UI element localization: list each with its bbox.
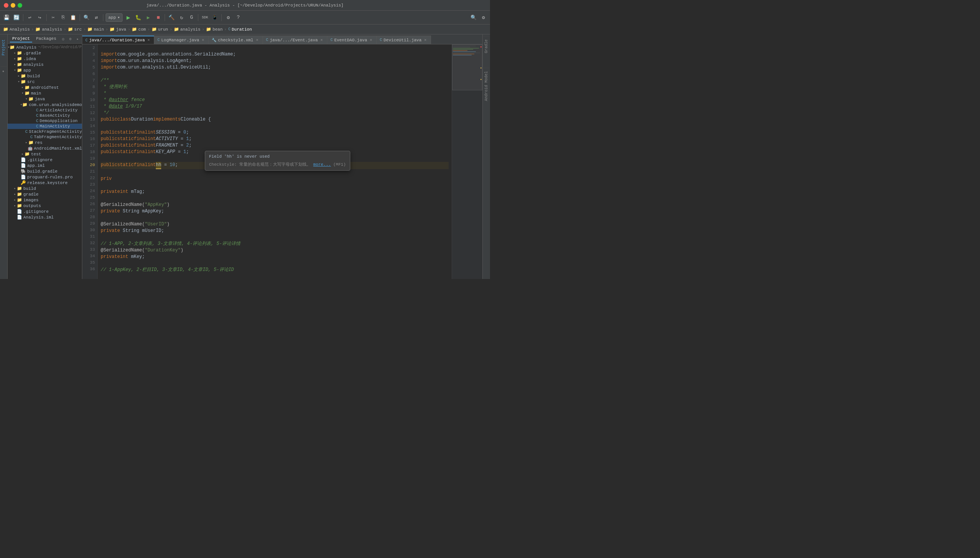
tree-item-gitignore-app[interactable]: 📄 .gitignore — [8, 157, 82, 162]
tree-item-res[interactable]: ▸ 📁 res — [8, 140, 82, 145]
find-button[interactable]: 🔍 — [82, 13, 91, 22]
minimize-button[interactable] — [11, 3, 15, 8]
tree-item-androidtest[interactable]: ▸ 📁 androidTest — [8, 85, 82, 90]
tree-item-analysis-iml[interactable]: 📄 Analysis.iml — [8, 214, 82, 220]
help-button[interactable]: ? — [234, 13, 242, 22]
tree-item-src[interactable]: ▾ 📁 src — [8, 79, 82, 85]
tree-item-build-root[interactable]: ▸ 📁 build — [8, 185, 82, 191]
tab-eventdao[interactable]: C EventDAO.java × — [327, 36, 377, 44]
tree-item-app-iml[interactable]: 📄 app.iml — [8, 162, 82, 168]
tab-close-button[interactable]: × — [369, 38, 373, 43]
breadcrumb-item-analysis2[interactable]: 📁 analysis — [35, 27, 62, 32]
tab-close-button[interactable]: × — [200, 38, 205, 43]
expand-arrow: ▸ — [21, 152, 25, 156]
tree-item-test[interactable]: ▸ 📁 test — [8, 151, 82, 157]
tree-item-app[interactable]: ▾ 📁 app — [8, 67, 82, 73]
tab-event[interactable]: C java/.../Event.java × — [263, 36, 327, 44]
tree-item-idea[interactable]: ▸ 📁 .idea — [8, 56, 82, 62]
tab-deviceutil[interactable]: C DeviceUtil.java × — [377, 36, 431, 44]
tree-item-main-activity[interactable]: C MainActivity — [8, 124, 82, 129]
sync-button[interactable]: 🔄 — [12, 13, 21, 22]
copy-button[interactable]: ⎘ — [59, 13, 67, 22]
tree-item-analysis-sub[interactable]: ▸ 📁 analysis — [8, 62, 82, 67]
tab-checkstyle[interactable]: 🔧 checkstyle.xml × — [208, 36, 263, 44]
tab-label: EventDAO.java — [334, 38, 367, 43]
tree-item-demo-application[interactable]: C DemoApplication — [8, 118, 82, 124]
code-editor[interactable]: import com.google.gson.annotations.Seria… — [98, 44, 452, 279]
tree-item-main[interactable]: ▾ 📁 main — [8, 90, 82, 96]
tree-item-analysis-root[interactable]: ▾ 📁 Analysis ~/Develop/Android/Projects/… — [8, 44, 82, 50]
favorites-side-tab[interactable]: ★ — [0, 66, 7, 77]
settings-button[interactable]: ⚙ — [224, 13, 232, 22]
tree-item-manifest[interactable]: 🤖 AndroidManifest.xml — [8, 145, 82, 151]
gradle-side-tab[interactable]: Gradle — [483, 36, 490, 56]
tree-item-stack-fragment[interactable]: C StackFragmentActivity — [8, 129, 82, 135]
java-icon: C — [36, 124, 39, 129]
debug-button[interactable]: 🐛 — [134, 13, 143, 22]
undo-button[interactable]: ↩ — [26, 13, 34, 22]
maximize-button[interactable] — [18, 3, 22, 8]
breadcrumb-item-analysis3[interactable]: 📁 analysis — [174, 27, 200, 32]
tab-close-button[interactable]: × — [319, 38, 324, 43]
search-everywhere-button[interactable]: 🔍 — [469, 13, 478, 22]
tree-item-keystore[interactable]: 🔑 release.keystore — [8, 180, 82, 185]
tree-item-gitignore-root[interactable]: 📄 .gitignore — [8, 208, 82, 214]
tree-item-build-gradle[interactable]: 🐘 build.gradle — [8, 168, 82, 174]
folder-icon: 📁 — [17, 192, 22, 197]
tree-item-gradle-root[interactable]: ▸ 📁 gradle — [8, 191, 82, 197]
expand-button[interactable]: ▸ — [75, 36, 81, 42]
tree-item-gradle[interactable]: ▸ 📁 .gradle — [8, 50, 82, 56]
coverage-button[interactable]: ▶ — [144, 13, 153, 22]
android-model-tab[interactable]: Android Model — [483, 68, 490, 104]
code-line — [101, 260, 449, 267]
breadcrumb-item-main[interactable]: 📁 main — [87, 27, 104, 32]
tab-close-button[interactable]: × — [423, 38, 428, 43]
cut-button[interactable]: ✂ — [49, 13, 57, 22]
tree-item-article-activity[interactable]: C ArticleActivity — [8, 108, 82, 113]
code-line — [101, 123, 449, 130]
breadcrumb-item-bean[interactable]: 📁 bean — [206, 27, 222, 32]
tree-item-images[interactable]: ▸ 📁 images — [8, 197, 82, 203]
locate-button[interactable]: ◎ — [60, 36, 66, 42]
run-button[interactable]: ▶ — [124, 13, 133, 22]
editor-area[interactable]: 2 3 4 5 6 7 8 9 10 11 12 13 14 15 16 17 — [82, 44, 483, 279]
breadcrumb-item-java[interactable]: 📁 java — [110, 27, 126, 32]
tab-logmanager[interactable]: C LogManager.java × — [154, 36, 208, 44]
replace-button[interactable]: ⇄ — [92, 13, 101, 22]
tree-item-java[interactable]: ▾ 📁 java — [8, 96, 82, 102]
tree-item-build[interactable]: ▸ 📁 build — [8, 73, 82, 79]
tree-item-outputs[interactable]: ▸ 📁 outputs — [8, 203, 82, 208]
build-button[interactable]: 🔨 — [167, 13, 176, 22]
settings-panel-button[interactable]: ⚙ — [67, 36, 74, 42]
breadcrumb-item-analysis[interactable]: 📁 Analysis — [3, 27, 30, 32]
tab-close-button[interactable]: × — [255, 38, 259, 43]
packages-tab[interactable]: Packages — [34, 36, 59, 43]
sdk-manager-button[interactable]: SDK — [200, 13, 209, 22]
expand-arrow: ▸ — [17, 74, 21, 78]
close-button[interactable] — [4, 3, 8, 8]
project-side-tab[interactable]: Project — [0, 36, 7, 59]
breadcrumb-item-urun[interactable]: 📁 urun — [152, 27, 168, 32]
redo-button[interactable]: ↪ — [36, 13, 44, 22]
tree-item-base-activity[interactable]: C BaseActivity — [8, 113, 82, 118]
folder-icon: 📁 — [132, 27, 137, 32]
breadcrumb-item-src[interactable]: 📁 src — [68, 27, 82, 32]
avd-manager-button[interactable]: 📱 — [210, 13, 219, 22]
tree-item-label: analysis — [23, 62, 44, 67]
tree-item-tab-fragment[interactable]: C TabFragmentActivity — [8, 135, 82, 140]
paste-button[interactable]: 📋 — [69, 13, 77, 22]
breadcrumb-item-duration[interactable]: C Duration — [228, 27, 252, 32]
tree-item-package[interactable]: ▾ 📁 com.urun.analysisdemo — [8, 102, 82, 108]
breadcrumb-item-com[interactable]: 📁 com — [132, 27, 146, 32]
stop-button[interactable]: ■ — [154, 13, 163, 22]
save-all-button[interactable]: 💾 — [2, 13, 11, 22]
rebuild-button[interactable]: ↻ — [177, 13, 185, 22]
run-config-dropdown[interactable]: app ▾ — [106, 13, 123, 22]
tab-close-button[interactable]: × — [146, 38, 151, 43]
project-tab[interactable]: Project — [10, 36, 32, 43]
tab-duration[interactable]: C java/.../Duration.java × — [82, 36, 154, 44]
settings-right-button[interactable]: ⚙ — [479, 13, 488, 22]
tree-item-proguard[interactable]: 📄 proguard-rules.pro — [8, 174, 82, 180]
tooltip-more-link[interactable]: more... — [313, 161, 331, 168]
tasks-button[interactable]: G — [187, 13, 195, 22]
